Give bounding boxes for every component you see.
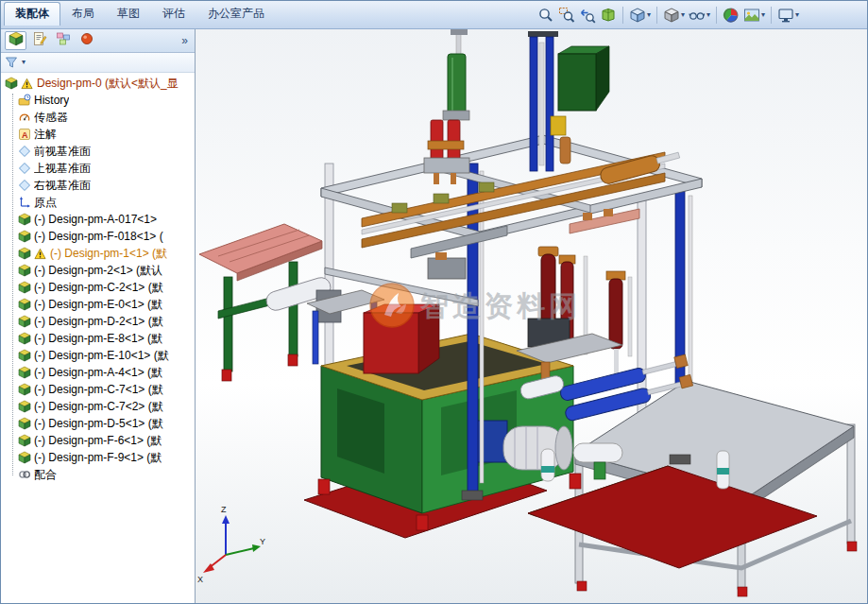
dimxpertmanager-icon (79, 31, 94, 50)
tree-item-label: (-) Design-pm-C-7<1> (默 (34, 382, 163, 398)
tree-item[interactable]: (-) Design-pm-D-2<1> (默 (1, 313, 195, 330)
tree-item-label: 上视基准面 (34, 161, 91, 177)
tree-item[interactable]: (-) Design-pm-2<1> (默认 (1, 262, 195, 279)
watermark: 智造资料网 (370, 284, 581, 327)
solidworks-window: 装配体布局草图评估办公室产品 ▾▾▾▾▾ » ▾ Design-pm-0 (默认… (0, 0, 868, 604)
hide-show-items-button[interactable]: ▾ (687, 6, 712, 25)
tree-item[interactable]: (-) Design-pm-F-6<1> (默 (1, 432, 195, 449)
tree-item-label: History (34, 94, 69, 107)
triad-z-label: Z (221, 505, 227, 514)
tree-item[interactable]: (-) Design-pm-1<1> (默 (1, 245, 195, 262)
dropdown-caret-icon[interactable]: ▾ (795, 11, 799, 19)
tree-item-label: (-) Design-pm-A-017<1> (34, 213, 157, 226)
tree-item[interactable]: 右视基准面 (1, 177, 195, 194)
tree-item-label: (-) Design-pm-F-9<1> (默 (34, 450, 162, 466)
tree-item[interactable]: 传感器 (1, 109, 195, 126)
component-icon (18, 451, 32, 464)
triad-x-label: X (197, 575, 203, 584)
filter-icon[interactable] (5, 56, 19, 69)
featuremanager-tab[interactable] (5, 31, 26, 50)
apply-scene-button[interactable]: ▾ (741, 6, 767, 25)
top-center-cylinder-tower[interactable] (424, 29, 469, 184)
tree-item[interactable]: 上视基准面 (1, 160, 195, 177)
zoom-to-area-icon (558, 7, 575, 24)
configurationmanager-tab[interactable] (52, 31, 74, 50)
section-view-button[interactable] (598, 6, 619, 25)
view-settings-button[interactable]: ▾ (775, 6, 801, 25)
tree-item-label: (-) Design-pm-D-5<1> (默 (34, 416, 163, 432)
origin-icon (18, 196, 32, 209)
tree-item-label: 原点 (34, 195, 57, 211)
edit-appearance-button[interactable] (721, 6, 741, 25)
tree-item[interactable]: (-) Design-pm-E-8<1> (默 (1, 330, 195, 347)
apply-scene-icon (743, 7, 760, 24)
propertymanager-tab[interactable] (28, 31, 50, 50)
tree-item[interactable]: (-) Design-pm-C-7<2> (默 (1, 398, 195, 415)
panel-expand-button[interactable]: » (179, 34, 191, 47)
tree-item[interactable]: 前视基准面 (1, 143, 195, 160)
assembly-icon (5, 77, 19, 90)
ribbon-tab-4[interactable]: 办公室产品 (196, 2, 276, 26)
featuremanager-icon (9, 31, 24, 50)
tree-item[interactable]: History (1, 92, 195, 109)
tree-item[interactable]: (-) Design-pm-E-0<1> (默 (1, 296, 195, 313)
dropdown-caret-icon[interactable]: ▾ (647, 11, 651, 19)
tree-item[interactable]: (-) Design-pm-F-018<1> ( (1, 228, 195, 245)
tree-item[interactable]: (-) Design-pm-A-4<1> (默 (1, 364, 195, 381)
triad-y-label: Y (260, 537, 265, 546)
tree-item-label: (-) Design-pm-2<1> (默认 (34, 263, 162, 279)
tree-item[interactable]: (-) Design-pm-F-9<1> (默 (1, 449, 195, 466)
dropdown-caret-icon[interactable]: ▾ (681, 11, 685, 19)
tree-item[interactable]: (-) Design-pm-D-5<1> (默 (1, 415, 195, 432)
tree-item[interactable]: 原点 (1, 194, 195, 211)
zoom-to-area-button[interactable] (556, 6, 577, 25)
plane-icon (18, 179, 32, 192)
component-icon (18, 230, 32, 243)
tree-item[interactable]: (-) Design-pm-E-10<1> (默 (1, 347, 195, 364)
tree-item-label: 注解 (34, 127, 57, 143)
dimxpertmanager-tab[interactable] (76, 31, 97, 50)
tree-item[interactable]: A注解 (1, 126, 195, 143)
previous-view-icon (579, 7, 596, 24)
ribbon-tab-3[interactable]: 评估 (151, 2, 196, 26)
tree-item-label: (-) Design-pm-1<1> (默 (50, 246, 167, 262)
view-orientation-button[interactable]: ▾ (627, 6, 653, 25)
tree-item-label: 配合 (34, 467, 57, 483)
ribbon-tab-2[interactable]: 草图 (106, 2, 151, 26)
tree-item[interactable]: Design-pm-0 (默认<默认_显 (1, 75, 195, 92)
tree-item[interactable]: (-) Design-pm-A-017<1> (1, 211, 195, 228)
viewport-canvas[interactable]: 智造资料网 Z Y X (196, 29, 867, 603)
tree-item[interactable]: (-) Design-pm-C-2<1> (默 (1, 279, 195, 296)
tree-item-label: (-) Design-pm-E-8<1> (默 (34, 331, 162, 347)
component-icon (18, 366, 32, 379)
filter-caret-icon[interactable]: ▾ (22, 59, 26, 66)
tree-item-label: (-) Design-pm-E-10<1> (默 (34, 348, 169, 364)
tree-item-label: (-) Design-pm-C-7<2> (默 (34, 399, 163, 415)
zoom-to-fit-icon (537, 7, 554, 24)
panel-tab-bar: » (1, 29, 195, 53)
tree-item[interactable]: (-) Design-pm-C-7<1> (默 (1, 381, 195, 398)
tree-item-label: 传感器 (34, 110, 68, 126)
tree-item-label: (-) Design-pm-F-6<1> (默 (34, 433, 162, 449)
plane-icon (18, 145, 32, 158)
history-icon (18, 94, 32, 107)
graphics-viewport[interactable]: 智造资料网 Z Y X (196, 29, 867, 603)
previous-view-button[interactable] (577, 6, 598, 25)
zoom-to-fit-button[interactable] (536, 6, 556, 25)
ribbon-tab-1[interactable]: 布局 (60, 2, 106, 26)
display-style-button[interactable]: ▾ (661, 6, 687, 25)
toolbar-separator (716, 7, 717, 24)
svg-text:A: A (22, 130, 28, 140)
tree-item[interactable]: 配合 (1, 466, 195, 483)
component-icon (18, 247, 32, 260)
tree-item-label: (-) Design-pm-A-4<1> (默 (34, 365, 162, 381)
dropdown-caret-icon[interactable]: ▾ (706, 11, 710, 19)
component-icon (18, 298, 32, 311)
propertymanager-icon (32, 31, 47, 50)
section-view-icon (600, 7, 617, 24)
dropdown-caret-icon[interactable]: ▾ (761, 11, 765, 19)
component-icon (18, 383, 32, 396)
warning-icon (21, 77, 35, 90)
feature-tree: Design-pm-0 (默认<默认_显History传感器A注解前视基准面上视… (1, 73, 195, 603)
ribbon-tab-0[interactable]: 装配体 (4, 2, 60, 26)
